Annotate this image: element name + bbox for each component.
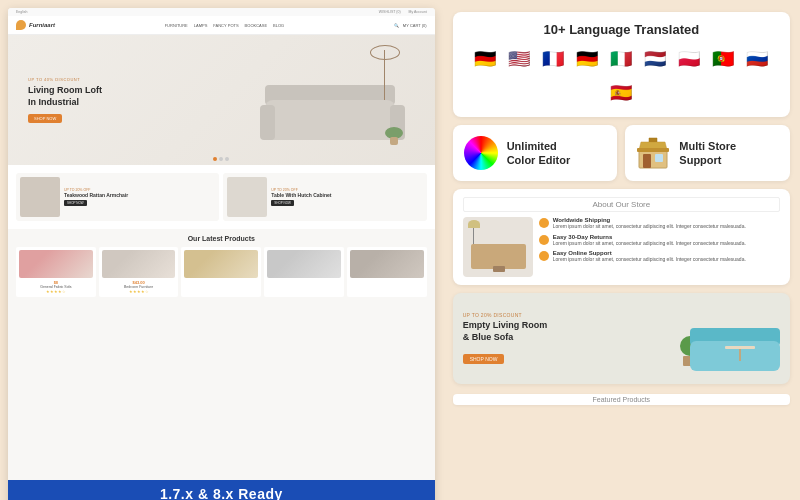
plant-base bbox=[390, 137, 398, 145]
mock-hero-image bbox=[255, 40, 415, 160]
bp-table bbox=[725, 346, 755, 366]
mock-account: My Account bbox=[409, 10, 427, 14]
version-badge-text: 1.7.x & 8.x Ready bbox=[160, 486, 283, 500]
support-icon bbox=[539, 251, 549, 261]
sofa-arm-left bbox=[260, 105, 275, 140]
flag-it: 🇮🇹 bbox=[607, 45, 635, 73]
about-title: About Our Store bbox=[463, 197, 780, 212]
multi-store-title-line1: Multi Store bbox=[679, 139, 736, 153]
multi-store-text: Multi Store Support bbox=[679, 139, 736, 168]
mock-hero-title: Living Room Loft In Industrial bbox=[28, 85, 102, 108]
flag-es: 🇪🇸 bbox=[607, 79, 635, 107]
mock-product-cards: UP TO 20% OFF Teakwood Rattan Armchair S… bbox=[8, 165, 435, 229]
mock-product-btn-1[interactable]: SHOP NOW bbox=[64, 200, 87, 206]
support-desc: Lorem ipsum dolor sit amet, consectetur … bbox=[553, 256, 746, 263]
grid-item-5 bbox=[347, 247, 427, 297]
bottom-product-title: Empty Living Room & Blue Sofa bbox=[463, 320, 672, 343]
flag-pt: 🇵🇹 bbox=[709, 45, 737, 73]
features-row: Unlimited Color Editor bbox=[453, 125, 790, 181]
plant-pot bbox=[388, 127, 400, 145]
website-mockup-panel: English WISHLIST (0) My Account Furniaar… bbox=[8, 8, 435, 500]
mock-nav-links: FURNITURE LAMPS FANCY POTS BOOKCASE BLOG bbox=[165, 23, 285, 28]
flag-us: 🇺🇸 bbox=[505, 45, 533, 73]
mock-latest-products: Our Latest Products $8 General Fabric So… bbox=[8, 229, 435, 303]
multi-store-card: Multi Store Support bbox=[625, 125, 790, 181]
product-img-chair bbox=[20, 177, 60, 217]
color-editor-card: Unlimited Color Editor bbox=[453, 125, 618, 181]
bottom-product-section: UP TO 20% DISCOUNT Empty Living Room & B… bbox=[453, 293, 790, 384]
mock-product-grid: $8 General Fabric Sofa ★★★★☆ $43.00 Bedr… bbox=[16, 247, 427, 297]
mock-product-card-1: UP TO 20% OFF Teakwood Rattan Armchair S… bbox=[16, 173, 219, 221]
grid-img-1 bbox=[19, 250, 93, 278]
shipping-icon bbox=[539, 218, 549, 228]
svg-rect-1 bbox=[643, 154, 651, 168]
flag-pl: 🇵🇱 bbox=[675, 45, 703, 73]
svg-rect-3 bbox=[637, 148, 669, 152]
color-wheel bbox=[464, 136, 498, 170]
about-features-list: Worldwide Shipping Lorem ipsum dolor sit… bbox=[539, 217, 780, 277]
mock-nav-bookcase: BOOKCASE bbox=[245, 23, 267, 28]
mock-main-nav: Furniaart FURNITURE LAMPS FANCY POTS BOO… bbox=[8, 16, 435, 35]
language-title: 10+ Language Translated bbox=[467, 22, 776, 37]
shipping-text: Worldwide Shipping Lorem ipsum dolor sit… bbox=[553, 217, 746, 230]
mock-logo-text: Furniaart bbox=[29, 22, 55, 28]
mock-top-nav: English WISHLIST (0) My Account bbox=[8, 8, 435, 16]
mock-nav-actions: 🔍 MY CART (0) bbox=[394, 23, 427, 28]
grid-img-4 bbox=[267, 250, 341, 278]
mock-lang: English bbox=[16, 10, 27, 14]
mock-product-info-1: UP TO 20% OFF Teakwood Rattan Armchair S… bbox=[64, 188, 128, 207]
hero-dot-1[interactable] bbox=[213, 157, 217, 161]
about-feature-support: Easy Online Support Lorem ipsum dolor si… bbox=[539, 250, 780, 263]
support-text: Easy Online Support Lorem ipsum dolor si… bbox=[553, 250, 746, 263]
flag-ru: 🇷🇺 bbox=[743, 45, 771, 73]
color-editor-title-line2: Color Editor bbox=[507, 153, 571, 167]
lamp-shade bbox=[370, 45, 400, 60]
bottom-product-image bbox=[680, 301, 780, 376]
hero-dot-2[interactable] bbox=[219, 157, 223, 161]
returns-icon bbox=[539, 235, 549, 245]
mock-nav-pots: FANCY POTS bbox=[213, 23, 238, 28]
flag-nl: 🇳🇱 bbox=[641, 45, 669, 73]
color-editor-text: Unlimited Color Editor bbox=[507, 139, 571, 168]
mock-product-info-2: UP TO 20% OFF Table With Hutch Cabinet S… bbox=[271, 188, 331, 207]
sofa-body bbox=[265, 100, 395, 140]
grid-item-1: $8 General Fabric Sofa ★★★★☆ bbox=[16, 247, 96, 297]
hero-dots bbox=[213, 157, 229, 161]
returns-text: Easy 30-Day Returns Lorem ipsum dolor si… bbox=[553, 234, 746, 247]
multi-store-title-line2: Support bbox=[679, 153, 736, 167]
about-feature-shipping: Worldwide Shipping Lorem ipsum dolor sit… bbox=[539, 217, 780, 230]
store-icon bbox=[635, 135, 671, 171]
desk-lamp-shade bbox=[468, 220, 480, 228]
returns-desc: Lorem ipsum dolor sit amet, consectetur … bbox=[553, 240, 746, 247]
mock-hero-discount: UP TO 40% DISCOUNT bbox=[28, 77, 102, 82]
bottom-product-btn[interactable]: SHOP NOW bbox=[463, 354, 505, 364]
mock-product-btn-2[interactable]: SHOP NOW bbox=[271, 200, 294, 206]
flag-de: 🇩🇪 bbox=[471, 45, 499, 73]
mock-hero-content: UP TO 40% DISCOUNT Living Room Loft In I… bbox=[28, 77, 102, 122]
grid-stars-2: ★★★★☆ bbox=[102, 289, 176, 294]
mock-logo-icon bbox=[16, 20, 26, 30]
grid-img-2 bbox=[102, 250, 176, 278]
color-wheel-icon bbox=[463, 135, 499, 171]
language-section: 10+ Language Translated 🇩🇪 🇺🇸 🇫🇷 🇩🇪 🇮🇹 🇳… bbox=[453, 12, 790, 117]
grid-img-5 bbox=[350, 250, 424, 278]
version-badge: 1.7.x & 8.x Ready bbox=[8, 480, 435, 500]
store-icon-svg bbox=[636, 136, 670, 170]
about-store-image bbox=[463, 217, 533, 277]
mock-hero-shop-btn[interactable]: SHOP NOW bbox=[28, 114, 62, 123]
mock-nav-lamps: LAMPS bbox=[194, 23, 208, 28]
mock-nav-furniture: FURNITURE bbox=[165, 23, 188, 28]
mock-product-name-2: Table With Hutch Cabinet bbox=[271, 192, 331, 199]
mock-hero: UP TO 40% DISCOUNT Living Room Loft In I… bbox=[8, 35, 435, 165]
mock-nav-blog: BLOG bbox=[273, 23, 284, 28]
flag-de2: 🇩🇪 bbox=[573, 45, 601, 73]
svg-rect-2 bbox=[655, 154, 663, 162]
mock-search-icon: 🔍 bbox=[394, 23, 399, 28]
mock-product-name-1: Teakwood Rattan Armchair bbox=[64, 192, 128, 199]
about-content: Worldwide Shipping Lorem ipsum dolor sit… bbox=[463, 217, 780, 277]
mock-product-card-2: UP TO 20% OFF Table With Hutch Cabinet S… bbox=[223, 173, 426, 221]
hero-dot-3[interactable] bbox=[225, 157, 229, 161]
right-features-panel: 10+ Language Translated 🇩🇪 🇺🇸 🇫🇷 🇩🇪 🇮🇹 🇳… bbox=[443, 0, 800, 500]
language-flags: 🇩🇪 🇺🇸 🇫🇷 🇩🇪 🇮🇹 🇳🇱 🇵🇱 🇵🇹 🇷🇺 🇪🇸 bbox=[467, 45, 776, 107]
bottom-product-label: UP TO 20% DISCOUNT bbox=[463, 312, 672, 318]
